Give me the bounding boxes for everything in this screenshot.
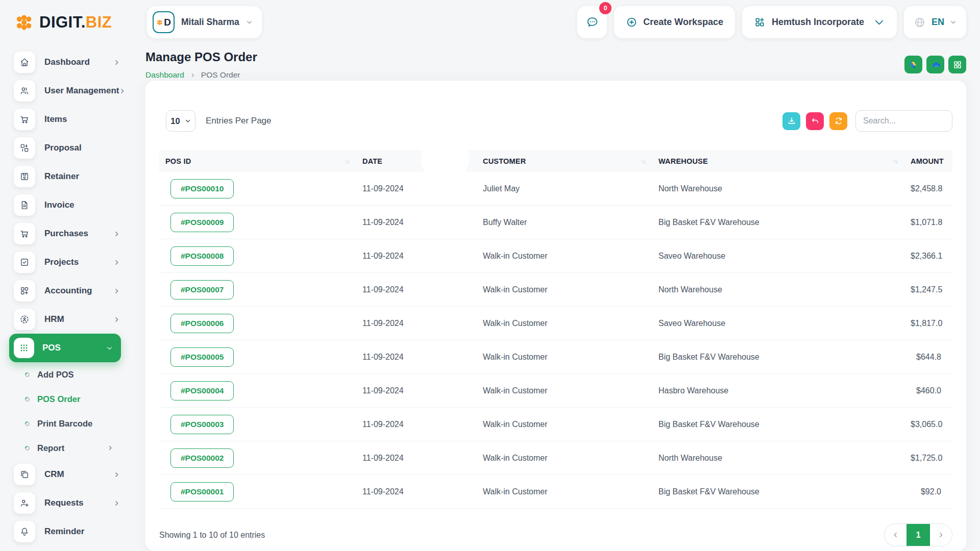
topbar: DIGIT.BIZ D Mitali Sharma 0 Create Works… (0, 0, 980, 46)
column-header-warehouse[interactable]: WAREHOUSE ↑↓ (652, 157, 904, 165)
workspace-grid-icon (754, 16, 766, 28)
cell-date: 11-09-2024 (356, 420, 477, 429)
pos-id-pill[interactable]: #POS00002 (170, 448, 234, 468)
onedrive-button[interactable] (926, 56, 944, 73)
chevron-down-icon (873, 16, 885, 28)
column-header-label: POS ID (165, 157, 191, 165)
sidebar-item-purchases[interactable]: Purchases (0, 219, 130, 248)
pos-id-pill[interactable]: #POS00010 (170, 179, 234, 198)
sidebar-item-label: Dashboard (44, 57, 90, 67)
sidebar-item-crm[interactable]: CRM (0, 460, 130, 489)
pagination: 1 (884, 523, 952, 546)
search-input[interactable] (855, 110, 952, 132)
table-row: #POS00007 11-09-2024 Walk-in Customer No… (159, 273, 952, 307)
export-download-button[interactable] (782, 112, 800, 130)
undo-button[interactable] (806, 112, 824, 130)
logo-wordmark: DIGIT.BIZ (39, 13, 112, 32)
pos-id-pill[interactable]: #POS00007 (170, 280, 234, 299)
sidebar-item-label: Invoice (44, 200, 75, 210)
sidebar-item-accounting[interactable]: Accounting (0, 277, 130, 305)
chevron-down-icon (950, 19, 957, 26)
sort-icon[interactable]: ↑↓ (641, 158, 646, 165)
entries-per-page-select[interactable]: 10 (166, 110, 195, 132)
pos-id-pill[interactable]: #POS00009 (170, 213, 234, 232)
pos-grid-icon (14, 338, 34, 358)
sidebar-item-label: Requests (44, 498, 84, 508)
chat-icon (585, 15, 599, 29)
refresh-button[interactable] (829, 112, 847, 130)
sidebar-subitem-label: Print Barcode (37, 419, 92, 429)
column-header-label: CUSTOMER (483, 157, 526, 165)
sidebar-item-requests[interactable]: Requests (0, 489, 130, 517)
chevron-down-icon (106, 345, 113, 352)
column-header-pos-id[interactable]: POS ID ↑↓ (159, 157, 356, 165)
sidebar-item-dashboard[interactable]: Dashboard (0, 48, 130, 77)
cell-customer: Walk-in Customer (477, 386, 652, 395)
pos-order-card: 10 Entries Per Page POS ID ↑↓ DATE CUSTO… (145, 81, 966, 551)
column-header-amount[interactable]: AMOUNT (904, 157, 955, 165)
sidebar: Dashboard User Management Items Proposal… (0, 46, 130, 551)
chat-button[interactable]: 0 (577, 6, 607, 38)
column-header-customer[interactable]: CUSTOMER ↑↓ (477, 157, 652, 165)
grid-view-button[interactable] (948, 56, 966, 73)
table-row: #POS00002 11-09-2024 Walk-in Customer No… (159, 441, 952, 475)
refresh-icon (834, 116, 843, 126)
chevron-left-icon (892, 532, 899, 538)
sidebar-subitem-pos-order[interactable]: POS Order (0, 387, 130, 411)
sidebar-subitem-print-barcode[interactable]: Print Barcode (0, 411, 130, 436)
pos-id-pill[interactable]: #POS00003 (170, 415, 234, 434)
pagination-prev-button[interactable] (885, 524, 906, 546)
create-workspace-button[interactable]: Create Workspace (614, 6, 735, 38)
sidebar-item-invoice[interactable]: Invoice (0, 191, 130, 219)
sidebar-item-items[interactable]: Items (0, 105, 130, 134)
user-menu[interactable]: D Mitali Sharma (147, 6, 262, 38)
pos-id-pill[interactable]: #POS00008 (170, 246, 234, 266)
main-content: Manage POS Order Dashboard POS Order 10 … (145, 46, 966, 551)
sidebar-item-pos[interactable]: POS (9, 334, 121, 362)
pos-id-pill[interactable]: #POS00006 (170, 314, 234, 333)
hrm-icon (14, 309, 35, 330)
globe-icon (914, 16, 926, 29)
google-drive-button[interactable] (904, 56, 922, 73)
table-row: #POS00009 11-09-2024 Buffy Walter Big Ba… (159, 206, 952, 239)
cell-date: 11-09-2024 (356, 285, 477, 294)
table-row: #POS00010 11-09-2024 Juliet May North Wa… (159, 172, 952, 206)
sort-icon[interactable]: ↑↓ (345, 158, 350, 165)
cell-amount: $2,458.8 (904, 184, 953, 193)
cell-warehouse: North Warehouse (652, 285, 904, 294)
sidebar-subitem-add-pos[interactable]: Add POS (0, 362, 130, 387)
breadcrumb-dashboard-link[interactable]: Dashboard (145, 70, 184, 80)
pos-id-pill[interactable]: #POS00004 (170, 381, 234, 400)
table-footer: Showing 1 to 10 of 10 entries 1 (159, 523, 952, 546)
chevron-right-icon (113, 316, 120, 323)
sort-icon[interactable]: ↑↓ (893, 158, 898, 165)
chevron-right-icon (113, 288, 120, 294)
pagination-page-1[interactable]: 1 (906, 524, 930, 546)
chevron-down-icon (246, 19, 253, 26)
user-name: Mitali Sharma (181, 17, 239, 28)
page-header-actions (904, 56, 966, 73)
column-header-label: WAREHOUSE (658, 157, 708, 165)
sidebar-item-label: Reminder (44, 527, 84, 537)
cell-customer: Walk-in Customer (477, 353, 652, 362)
accounting-icon (14, 280, 35, 302)
language-selector[interactable]: EN (904, 6, 966, 38)
cell-date: 11-09-2024 (356, 218, 477, 227)
sidebar-item-reminder[interactable]: Reminder (0, 517, 130, 546)
sidebar-subitem-report[interactable]: Report (0, 436, 130, 460)
column-header-date[interactable]: DATE (356, 157, 477, 165)
sidebar-item-user-management[interactable]: User Management (0, 77, 130, 105)
submenu-bullet-icon (24, 420, 31, 427)
sidebar-item-retainer[interactable]: Retainer (0, 162, 130, 191)
pagination-next-button[interactable] (930, 524, 952, 546)
retainer-icon (14, 166, 35, 187)
breadcrumb: Dashboard POS Order (145, 70, 966, 80)
sidebar-item-hrm[interactable]: HRM (0, 305, 130, 334)
sidebar-item-projects[interactable]: Projects (0, 248, 130, 277)
pos-id-pill[interactable]: #POS00005 (170, 347, 234, 367)
sidebar-item-proposal[interactable]: Proposal (0, 134, 130, 162)
pos-id-pill[interactable]: #POS00001 (170, 482, 234, 502)
honeycomb-logo-icon (14, 12, 35, 33)
chevron-right-icon (113, 500, 120, 507)
workspace-selector[interactable]: Hemtush Incorporate (742, 6, 897, 38)
